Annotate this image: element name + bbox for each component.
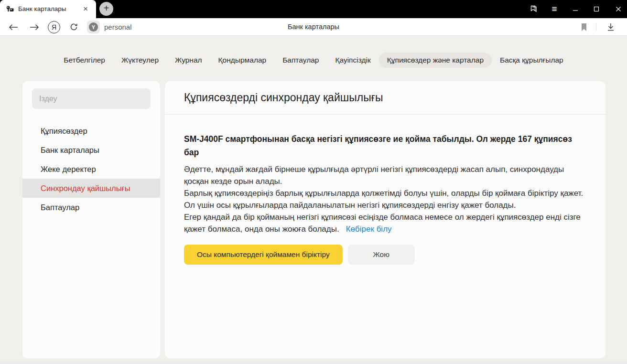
sidebar-item-passwords[interactable]: Құпиясөздер: [22, 121, 160, 140]
yandex-logo-glyph: Я: [52, 23, 56, 31]
sidebar-item-personal-data[interactable]: Жеке деректер: [22, 160, 160, 179]
side-panels-icon[interactable]: [528, 3, 540, 15]
download-icon[interactable]: [601, 18, 620, 36]
nav-tab-security[interactable]: Қауіпсіздік: [327, 53, 378, 68]
sidebar-menu: Құпиясөздер Банк карталары Жеке деректер…: [22, 121, 160, 217]
key-card-favicon-icon: [6, 5, 14, 13]
learn-more-link[interactable]: Көбірек білу: [346, 225, 392, 234]
delete-button[interactable]: Жою: [348, 245, 415, 265]
new-tab-button[interactable]: +: [99, 2, 113, 16]
protect-glyph: Y: [92, 24, 95, 30]
browser-tab-bar: Банк карталары × + ≡: [0, 0, 627, 18]
sidebar-item-settings[interactable]: Баптаулар: [22, 198, 160, 217]
sidebar-item-bank-cards[interactable]: Банк карталары: [22, 140, 160, 160]
window-minimize-icon[interactable]: [570, 3, 581, 15]
forward-icon[interactable]: [25, 18, 44, 36]
menu-icon[interactable]: ≡: [549, 3, 560, 15]
browser-toolbar: Я Y personal Банк карталары: [0, 18, 627, 36]
conflict-alert-title: SM-J400F смартфонынан басқа негізгі құпи…: [184, 132, 582, 159]
browser-window: Банк карталары × + ≡: [0, 0, 627, 364]
protect-profile-badge[interactable]: Y personal: [87, 21, 132, 33]
window-maximize-icon[interactable]: [591, 3, 602, 15]
window-bottom-edge: [0, 362, 627, 364]
yandex-logo-icon[interactable]: Я: [46, 18, 62, 36]
paragraph-3: Егер қандай да бір қойманың негізгі құпи…: [184, 211, 584, 235]
browser-tab[interactable]: Банк карталары ×: [0, 0, 96, 18]
sidebar-item-sync-conflict[interactable]: Синхрондау қайшылығы: [22, 179, 160, 198]
paragraph-2: Барлық құпиясөздеріңіз барлық құрылғылар…: [184, 187, 584, 211]
nav-tab-downloads[interactable]: Жүктеулер: [113, 53, 167, 68]
search-input[interactable]: [32, 88, 151, 109]
refresh-icon[interactable]: [65, 18, 82, 36]
back-icon[interactable]: [4, 18, 23, 36]
action-buttons: Осы компьютердегі қоймамен біріктіру Жою: [184, 245, 586, 265]
merge-storage-button[interactable]: Осы компьютердегі қоймамен біріктіру: [184, 245, 343, 265]
main-panel: Құпиясөздерді синхрондау қайшылығы SM-J4…: [165, 81, 605, 358]
nav-tab-other-devices[interactable]: Басқа құрылғылар: [492, 53, 572, 68]
nav-tab-extensions[interactable]: Қондырмалар: [210, 53, 275, 68]
section-body: SM-J400F смартфонынан басқа негізгі құпи…: [165, 115, 605, 265]
settings-nav: Бетбелгілер Жүктеулер Журнал Қондырмалар…: [0, 52, 627, 68]
nav-tab-bookmarks[interactable]: Бетбелгілер: [55, 53, 113, 68]
section-heading: Құпиясөздерді синхрондау қайшылығы: [165, 81, 605, 115]
tab-title: Банк карталары: [18, 0, 66, 18]
nav-tab-passwords-cards[interactable]: Құпиясөздер және карталар: [379, 53, 492, 68]
bookmark-icon[interactable]: [576, 18, 592, 36]
profile-badge-label: personal: [104, 23, 132, 31]
nav-tab-settings[interactable]: Баптаулар: [274, 53, 327, 68]
paragraph-1: Әдетте, мұндай жағдай бірнеше құрылғыда …: [184, 163, 584, 187]
sidebar-panel: Құпиясөздер Банк карталары Жеке деректер…: [22, 81, 160, 358]
protect-icon: Y: [87, 21, 100, 33]
tab-close-icon[interactable]: ×: [80, 0, 91, 18]
nav-tab-history[interactable]: Журнал: [167, 53, 210, 68]
window-close-icon[interactable]: [613, 3, 624, 15]
search-box: [32, 88, 151, 109]
toolbar-divider: [596, 23, 596, 31]
